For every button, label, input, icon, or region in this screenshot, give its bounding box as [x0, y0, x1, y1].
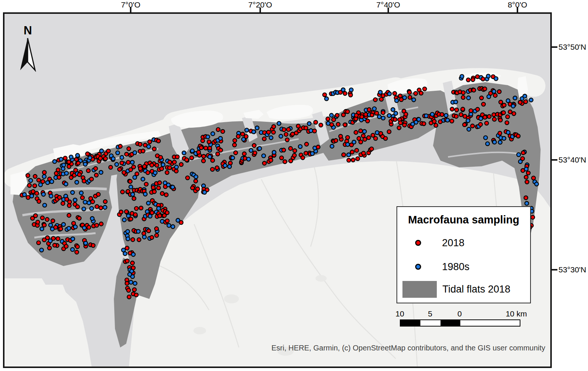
sample-point-2018: [343, 92, 347, 95]
sample-point-2018: [342, 153, 345, 157]
sample-point-2018: [150, 236, 154, 239]
sample-point-2018: [461, 91, 465, 95]
sample-point-1980s: [341, 88, 345, 92]
sample-point-2018: [350, 150, 354, 154]
sample-point-2018: [432, 120, 436, 123]
sample-point-1980s: [61, 167, 65, 170]
sample-point-2018: [172, 160, 176, 164]
sample-point-2018: [155, 163, 159, 167]
legend-title: Macrofauna sampling: [397, 214, 530, 226]
sample-point-2018: [343, 123, 347, 127]
sample-point-2018: [199, 146, 203, 149]
sample-point-2018: [82, 179, 86, 183]
sample-point-2018: [524, 100, 528, 103]
sample-point-1980s: [373, 107, 376, 111]
sample-point-1980s: [62, 163, 66, 167]
sample-point-2018: [221, 130, 225, 133]
sample-point-2018: [502, 111, 505, 115]
sample-point-1980s: [40, 227, 44, 231]
sample-point-2018: [269, 158, 273, 162]
sample-point-1980s: [83, 162, 87, 166]
scale-bar-label: 0: [457, 309, 462, 318]
sample-point-1980s: [59, 157, 63, 161]
sample-point-2018: [469, 109, 473, 112]
sample-point-2018: [284, 133, 288, 136]
sample-point-2018: [304, 126, 308, 130]
sample-point-1980s: [255, 126, 259, 130]
sample-point-2018: [450, 119, 454, 123]
sample-point-1980s: [511, 104, 515, 108]
sample-point-2018: [512, 112, 516, 115]
sample-point-1980s: [412, 98, 416, 102]
sample-point-1980s: [29, 179, 32, 182]
sample-point-2018: [262, 137, 266, 141]
longitude-tick: [259, 7, 261, 12]
sample-point-1980s: [131, 192, 134, 196]
sample-point-2018: [233, 143, 236, 147]
sample-point-2018: [440, 112, 444, 116]
sample-point-1980s: [171, 185, 174, 189]
sample-point-2018: [119, 210, 123, 214]
sample-point-2018: [139, 206, 143, 210]
sample-point-2018: [36, 220, 40, 224]
sample-point-1980s: [153, 171, 157, 174]
scale-bar-label: 10: [395, 309, 404, 318]
sample-point-1980s: [206, 135, 210, 139]
sample-point-2018: [354, 130, 358, 134]
sample-point-2018: [374, 136, 377, 140]
sample-point-2018: [335, 114, 339, 117]
sample-point-2018: [196, 187, 199, 191]
sample-point-1980s: [87, 201, 91, 205]
sample-point-2018: [59, 227, 63, 231]
sample-point-2018: [133, 288, 136, 291]
sample-point-1980s: [231, 156, 234, 160]
sample-point-2018: [267, 130, 270, 134]
sample-point-2018: [334, 139, 338, 142]
sample-point-2018: [524, 196, 528, 200]
sample-point-1980s: [346, 143, 349, 146]
sample-point-2018: [336, 123, 340, 126]
sample-point-2018: [399, 121, 402, 125]
sample-point-2018: [362, 151, 365, 155]
sample-point-1980s: [228, 165, 231, 169]
sample-point-2018: [179, 220, 183, 224]
scale-bar-label: 5: [428, 309, 432, 318]
sample-point-2018: [349, 143, 353, 147]
sample-point-2018: [481, 77, 485, 81]
sample-point-2018: [152, 147, 156, 151]
sample-point-2018: [330, 123, 333, 127]
sample-point-2018: [381, 111, 385, 114]
sample-point-2018: [141, 149, 145, 153]
sample-point-2018: [289, 146, 292, 150]
sample-point-1980s: [41, 192, 45, 196]
sample-point-1980s: [486, 142, 489, 146]
legend-item-1980s: 1980s: [415, 261, 470, 273]
scale-bar-segment: [460, 320, 520, 326]
sample-point-1980s: [498, 140, 502, 144]
sample-point-2018: [96, 192, 100, 196]
sample-point-2018: [359, 140, 363, 144]
sample-point-2018: [349, 93, 352, 97]
sample-point-2018: [419, 91, 423, 95]
sample-point-2018: [366, 119, 370, 123]
sample-point-1980s: [388, 92, 391, 96]
sample-point-1980s: [76, 154, 80, 157]
sample-point-2018: [393, 118, 397, 121]
sample-point-1980s: [307, 122, 311, 126]
sample-point-2018: [151, 186, 155, 189]
sample-point-2018: [131, 238, 135, 241]
sample-point-2018: [461, 107, 465, 111]
sample-point-2018: [526, 171, 530, 175]
sample-point-2018: [219, 148, 223, 152]
sample-point-1980s: [147, 145, 150, 148]
sample-point-2018: [26, 174, 30, 177]
sample-point-2018: [339, 135, 342, 138]
latitude-tick: [552, 269, 557, 270]
sample-point-2018: [532, 176, 535, 180]
sample-point-1980s: [460, 74, 464, 78]
sample-point-2018: [54, 225, 57, 229]
sample-point-2018: [398, 94, 402, 98]
sample-point-2018: [455, 108, 458, 112]
scale-bar-segments: [400, 319, 520, 327]
sample-point-2018: [94, 167, 97, 170]
